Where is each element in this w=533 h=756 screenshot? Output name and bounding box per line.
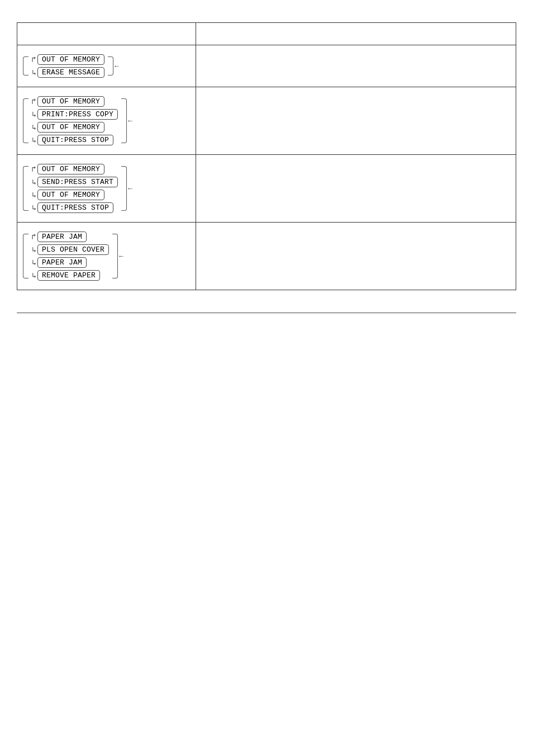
right-cell-2 [196, 155, 516, 223]
arrow-prefix: ↳ [31, 204, 36, 212]
lcd-message: OUT OF MEMORY [37, 122, 104, 133]
arrow-prefix: ↳ [31, 245, 36, 254]
arrow-prefix: ↳ [31, 68, 36, 77]
left-cell-0: ←↱OUT OF MEMORY↳ERASE MESSAGE [17, 45, 196, 87]
right-cell-3 [196, 223, 516, 290]
right-cell-1 [196, 87, 516, 155]
arrow-prefix: ↱ [31, 232, 36, 242]
arrow-prefix: ↳ [31, 110, 36, 119]
arrow-prefix: ↳ [31, 191, 36, 200]
lcd-message: REMOVE PAPER [37, 270, 100, 281]
right-cell-0 [196, 45, 516, 87]
lcd-message: OUT OF MEMORY [37, 96, 104, 107]
left-cell-1: ←↱OUT OF MEMORY↳PRINT:PRESS COPY↳OUT OF … [17, 87, 196, 155]
lcd-message: OUT OF MEMORY [37, 190, 104, 200]
arrow-prefix: ↱ [31, 97, 36, 106]
lcd-message: OUT OF MEMORY [37, 54, 104, 65]
arrow-prefix: ↱ [31, 55, 36, 64]
table-body: ←↱OUT OF MEMORY↳ERASE MESSAGE←↱OUT OF ME… [17, 45, 516, 290]
table-header-row [17, 23, 516, 45]
arrow-prefix: ↱ [31, 164, 36, 174]
table-row: ←↱OUT OF MEMORY↳ERASE MESSAGE [17, 45, 516, 87]
lcd-message: ERASE MESSAGE [37, 67, 104, 78]
arrow-prefix: ↳ [31, 123, 36, 132]
arrow-prefix: ↳ [31, 178, 36, 187]
lcd-message: PAPER JAM [37, 257, 87, 268]
lcd-message: QUIT:PRESS STOP [37, 135, 113, 145]
lcd-message: PLS OPEN COVER [37, 244, 109, 255]
main-table: ←↱OUT OF MEMORY↳ERASE MESSAGE←↱OUT OF ME… [17, 22, 516, 290]
arrow-prefix: ↳ [31, 271, 36, 280]
table-row: ←↱PAPER JAM↳PLS OPEN COVER↳PAPER JAM↳REM… [17, 223, 516, 290]
lcd-message: PAPER JAM [37, 231, 87, 242]
left-cell-2: ←↱OUT OF MEMORY↳SEND:PRESS START↳OUT OF … [17, 155, 196, 223]
arrow-prefix: ↳ [31, 258, 36, 267]
header-left-cell [17, 23, 196, 45]
lcd-message: PRINT:PRESS COPY [37, 109, 118, 120]
table-row: ←↱OUT OF MEMORY↳PRINT:PRESS COPY↳OUT OF … [17, 87, 516, 155]
table-row: ←↱OUT OF MEMORY↳SEND:PRESS START↳OUT OF … [17, 155, 516, 223]
lcd-message: OUT OF MEMORY [37, 164, 104, 174]
arrow-prefix: ↳ [31, 136, 36, 145]
header-right-cell [196, 23, 516, 45]
lcd-message: SEND:PRESS START [37, 177, 118, 187]
lcd-message: QUIT:PRESS STOP [37, 202, 113, 213]
bottom-divider [17, 313, 516, 313]
left-cell-3: ←↱PAPER JAM↳PLS OPEN COVER↳PAPER JAM↳REM… [17, 223, 196, 290]
